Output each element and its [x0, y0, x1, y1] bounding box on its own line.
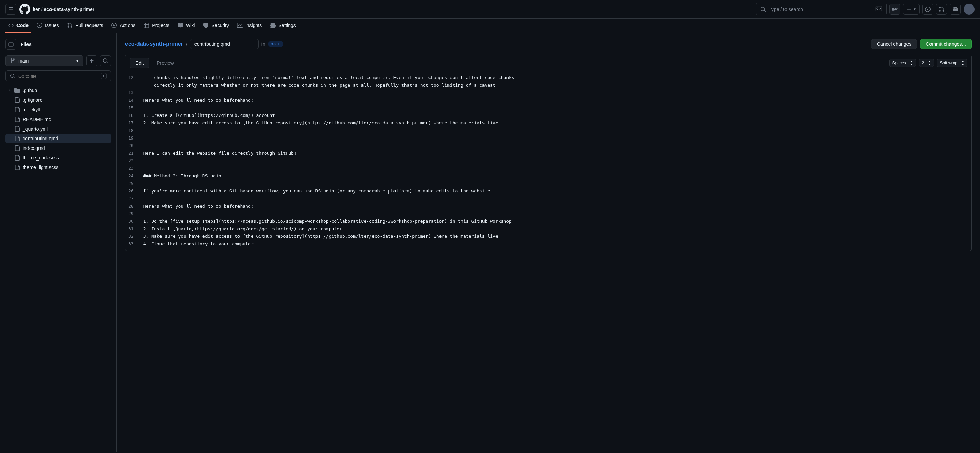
wrap-mode-select[interactable]: Soft wrap	[937, 59, 967, 67]
repo-link[interactable]: eco-data-synth-primer	[44, 6, 94, 12]
in-label: in	[261, 41, 265, 47]
shield-icon	[203, 23, 208, 28]
preview-tab[interactable]: Preview	[151, 58, 180, 68]
file-icon	[14, 164, 20, 170]
updown-icon	[910, 61, 913, 65]
nav-wiki[interactable]: Wiki	[175, 19, 197, 33]
file-icon	[14, 155, 20, 161]
svg-rect-1	[9, 42, 13, 46]
indent-size-select[interactable]: 2	[919, 59, 934, 67]
add-file-button[interactable]	[86, 55, 97, 66]
tree-item-label: .nojekyll	[23, 107, 40, 112]
git-branch-icon	[10, 58, 16, 64]
code-icon	[8, 23, 14, 28]
branch-pill[interactable]: main	[268, 41, 283, 47]
updown-icon	[961, 61, 964, 65]
tree-item--nojekyll[interactable]: .nojekyll	[5, 105, 111, 115]
indent-mode-select[interactable]: Spaces	[889, 59, 916, 67]
tree-item--gitignore[interactable]: .gitignore	[5, 95, 111, 105]
git-pull-request-icon	[67, 23, 73, 28]
tree-item-label: index.qmd	[23, 145, 45, 151]
global-search[interactable]: Type / to search	[756, 3, 886, 16]
plus-icon	[906, 6, 912, 12]
filename-input[interactable]	[190, 39, 259, 49]
folder-icon	[14, 88, 20, 93]
tree-item-README-md[interactable]: README.md	[5, 115, 111, 124]
cancel-button[interactable]: Cancel changes	[871, 39, 917, 49]
file-icon	[14, 116, 20, 122]
book-icon	[178, 23, 183, 28]
branch-selector[interactable]: main ▼	[5, 55, 83, 66]
nav-actions[interactable]: Actions	[108, 19, 138, 33]
search-files-button[interactable]	[100, 55, 111, 66]
commit-button[interactable]: Commit changes...	[920, 39, 972, 49]
nav-issues[interactable]: Issues	[34, 19, 62, 33]
gear-icon	[270, 23, 275, 28]
tree-item-label: theme_dark.scss	[23, 155, 59, 161]
tree-item-theme_light-scss[interactable]: theme_light.scss	[5, 163, 111, 172]
toggle-sidebar-button[interactable]	[5, 39, 16, 50]
tree-item-contributing-qmd[interactable]: contributing.qmd	[5, 134, 111, 144]
tree-item-label: theme_light.scss	[23, 164, 59, 170]
files-title: Files	[21, 41, 32, 47]
chevron-right-icon	[8, 89, 12, 92]
play-icon	[111, 23, 117, 28]
line-gutter: 12 1314151617181920212223242526272829303…	[126, 71, 139, 250]
table-icon	[144, 23, 149, 28]
nav-settings[interactable]: Settings	[267, 19, 299, 33]
branch-name: main	[18, 58, 29, 64]
repo-breadcrumb-link[interactable]: eco-data-synth-primer	[125, 41, 183, 47]
hamburger-menu-button[interactable]	[5, 4, 16, 15]
nav-code[interactable]: Code	[5, 19, 31, 33]
issues-icon	[37, 23, 42, 28]
issues-button[interactable]	[922, 4, 933, 15]
tree-item-label: .github	[23, 88, 37, 93]
kbd-shortcut: t	[101, 73, 107, 79]
breadcrumb: lter / eco-data-synth-primer	[33, 6, 94, 12]
caret-down-icon: ▼	[76, 59, 79, 63]
file-icon	[14, 107, 20, 112]
file-search-input[interactable]	[18, 73, 98, 79]
file-icon	[14, 136, 20, 141]
search-placeholder: Type / to search	[769, 6, 803, 12]
tree-item--github[interactable]: .github	[5, 86, 111, 95]
nav-projects[interactable]: Projects	[141, 19, 172, 33]
tree-item-theme_dark-scss[interactable]: theme_dark.scss	[5, 153, 111, 163]
tree-item-index-qmd[interactable]: index.qmd	[5, 144, 111, 153]
search-icon	[10, 73, 16, 79]
user-avatar[interactable]	[964, 4, 975, 15]
edit-tab[interactable]: Edit	[130, 58, 150, 68]
graph-icon	[237, 23, 243, 28]
nav-security[interactable]: Security	[200, 19, 232, 33]
file-icon	[14, 126, 20, 132]
tree-item-label: contributing.qmd	[23, 136, 59, 141]
tree-item-label: _quarto.yml	[23, 126, 48, 132]
nav-pulls[interactable]: Pull requests	[64, 19, 106, 33]
path-separator: /	[186, 41, 187, 47]
search-icon	[760, 6, 766, 12]
tree-item-label: .gitignore	[23, 97, 43, 103]
search-jump-icon	[875, 5, 882, 13]
org-link[interactable]: lter	[33, 6, 40, 12]
pull-requests-button[interactable]	[936, 4, 947, 15]
file-icon	[14, 97, 20, 103]
github-logo-icon[interactable]	[19, 4, 30, 15]
file-search-box[interactable]: t	[5, 70, 111, 81]
code-content[interactable]: chunks is handled slightly differently f…	[139, 71, 971, 250]
command-palette-button[interactable]	[889, 4, 900, 15]
notifications-button[interactable]	[950, 4, 961, 15]
file-icon	[14, 145, 20, 151]
caret-down-icon: ▼	[913, 7, 916, 11]
nav-insights[interactable]: Insights	[234, 19, 264, 33]
updown-icon	[928, 61, 931, 65]
breadcrumb-separator: /	[41, 6, 42, 12]
code-editor[interactable]: 12 1314151617181920212223242526272829303…	[125, 71, 972, 251]
tree-item-_quarto-yml[interactable]: _quarto.yml	[5, 124, 111, 134]
tree-item-label: README.md	[23, 116, 51, 122]
create-new-button[interactable]: ▼	[903, 4, 920, 15]
